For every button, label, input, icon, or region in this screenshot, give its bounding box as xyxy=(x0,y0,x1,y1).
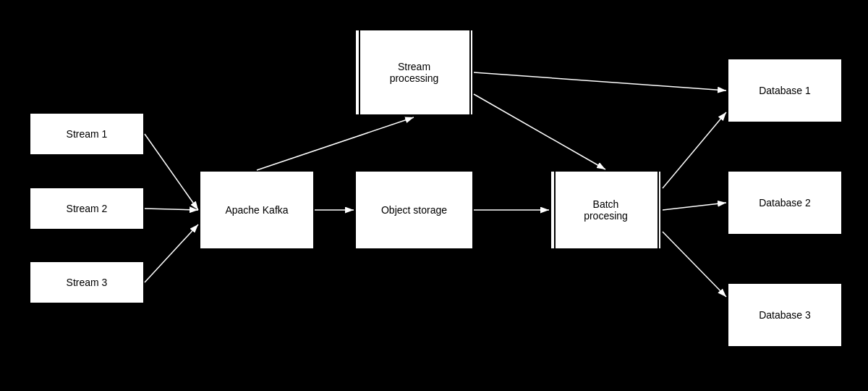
database3-box: Database 3 xyxy=(727,282,843,348)
svg-line-8 xyxy=(474,94,605,169)
kafka-label: Apache Kafka xyxy=(225,204,288,216)
batch-processing-label: Batchprocesing xyxy=(584,198,628,222)
database1-label: Database 1 xyxy=(759,85,811,96)
stream2-box: Stream 2 xyxy=(29,187,145,230)
svg-line-11 xyxy=(663,232,726,297)
object-storage-label: Object storage xyxy=(381,204,447,216)
svg-line-10 xyxy=(663,203,726,210)
database1-box: Database 1 xyxy=(727,58,843,123)
database3-label: Database 3 xyxy=(759,309,811,321)
svg-line-1 xyxy=(145,134,198,210)
object-storage-box: Object storage xyxy=(354,170,474,250)
svg-line-4 xyxy=(257,117,414,170)
svg-line-2 xyxy=(145,209,198,210)
architecture-diagram: Stream 1 Stream 2 Stream 3 Apache Kafka … xyxy=(0,0,868,391)
database2-box: Database 2 xyxy=(727,170,843,235)
svg-line-3 xyxy=(145,224,198,282)
svg-line-9 xyxy=(663,112,726,188)
stream2-label: Stream 2 xyxy=(67,203,108,214)
stream3-box: Stream 3 xyxy=(29,261,145,304)
stream-processing-label: Streamprocessing xyxy=(390,61,439,84)
svg-line-6 xyxy=(474,72,726,91)
stream3-label: Stream 3 xyxy=(67,277,108,288)
kafka-box: Apache Kafka xyxy=(199,170,315,250)
database2-label: Database 2 xyxy=(759,197,811,209)
stream1-box: Stream 1 xyxy=(29,112,145,156)
stream1-label: Stream 1 xyxy=(67,128,108,140)
